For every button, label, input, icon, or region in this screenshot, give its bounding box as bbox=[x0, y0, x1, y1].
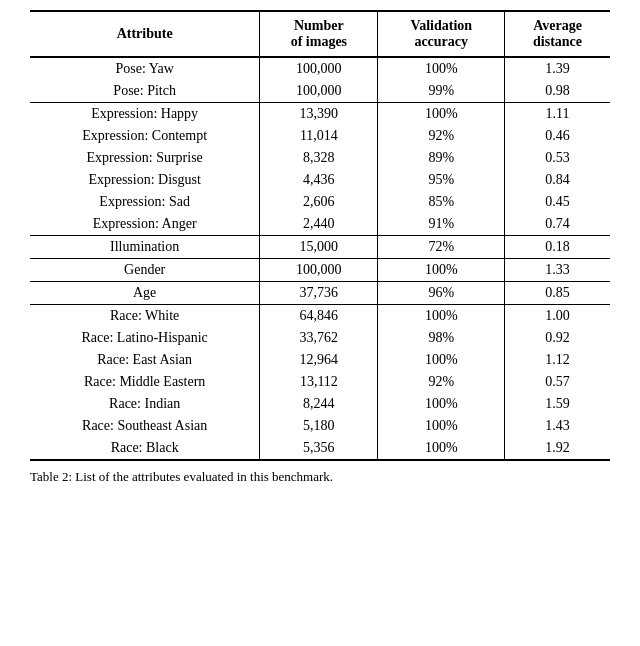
table-row: Expression: Anger2,44091%0.74 bbox=[30, 213, 610, 236]
cell-distance: 0.46 bbox=[505, 125, 610, 147]
cell-images: 2,440 bbox=[260, 213, 378, 236]
cell-distance: 1.59 bbox=[505, 393, 610, 415]
cell-accuracy: 100% bbox=[378, 415, 505, 437]
cell-attribute: Race: East Asian bbox=[30, 349, 260, 371]
cell-attribute: Race: White bbox=[30, 305, 260, 328]
table-row: Gender100,000100%1.33 bbox=[30, 259, 610, 282]
header-attribute: Attribute bbox=[30, 11, 260, 57]
cell-images: 33,762 bbox=[260, 327, 378, 349]
cell-attribute: Expression: Surprise bbox=[30, 147, 260, 169]
cell-images: 2,606 bbox=[260, 191, 378, 213]
table-row: Race: Latino-Hispanic33,76298%0.92 bbox=[30, 327, 610, 349]
table-row: Illumination15,00072%0.18 bbox=[30, 236, 610, 259]
cell-images: 13,112 bbox=[260, 371, 378, 393]
cell-accuracy: 99% bbox=[378, 80, 505, 103]
cell-distance: 0.85 bbox=[505, 282, 610, 305]
cell-attribute: Expression: Sad bbox=[30, 191, 260, 213]
header-num-images: Numberof images bbox=[260, 11, 378, 57]
table-row: Pose: Yaw100,000100%1.39 bbox=[30, 57, 610, 80]
cell-distance: 0.92 bbox=[505, 327, 610, 349]
table-row: Race: Middle Eastern13,11292%0.57 bbox=[30, 371, 610, 393]
cell-images: 64,846 bbox=[260, 305, 378, 328]
table-row: Pose: Pitch100,00099%0.98 bbox=[30, 80, 610, 103]
cell-images: 100,000 bbox=[260, 57, 378, 80]
cell-images: 13,390 bbox=[260, 103, 378, 126]
cell-distance: 1.00 bbox=[505, 305, 610, 328]
header-row: Attribute Numberof images Validationaccu… bbox=[30, 11, 610, 57]
cell-attribute: Gender bbox=[30, 259, 260, 282]
cell-distance: 1.11 bbox=[505, 103, 610, 126]
table-row: Expression: Disgust4,43695%0.84 bbox=[30, 169, 610, 191]
cell-distance: 1.92 bbox=[505, 437, 610, 460]
table-row: Race: Indian8,244100%1.59 bbox=[30, 393, 610, 415]
cell-images: 100,000 bbox=[260, 259, 378, 282]
cell-attribute: Race: Southeast Asian bbox=[30, 415, 260, 437]
cell-attribute: Pose: Pitch bbox=[30, 80, 260, 103]
cell-attribute: Race: Latino-Hispanic bbox=[30, 327, 260, 349]
cell-distance: 0.53 bbox=[505, 147, 610, 169]
cell-attribute: Expression: Happy bbox=[30, 103, 260, 126]
table-row: Race: Southeast Asian5,180100%1.43 bbox=[30, 415, 610, 437]
cell-distance: 0.18 bbox=[505, 236, 610, 259]
cell-distance: 0.98 bbox=[505, 80, 610, 103]
header-validation-accuracy: Validationaccuracy bbox=[378, 11, 505, 57]
cell-distance: 1.43 bbox=[505, 415, 610, 437]
cell-images: 15,000 bbox=[260, 236, 378, 259]
cell-accuracy: 92% bbox=[378, 125, 505, 147]
cell-attribute: Expression: Anger bbox=[30, 213, 260, 236]
cell-attribute: Expression: Disgust bbox=[30, 169, 260, 191]
cell-attribute: Race: Black bbox=[30, 437, 260, 460]
cell-accuracy: 89% bbox=[378, 147, 505, 169]
cell-attribute: Expression: Contempt bbox=[30, 125, 260, 147]
cell-accuracy: 100% bbox=[378, 349, 505, 371]
cell-distance: 0.57 bbox=[505, 371, 610, 393]
cell-accuracy: 96% bbox=[378, 282, 505, 305]
cell-accuracy: 72% bbox=[378, 236, 505, 259]
table-row: Race: Black5,356100%1.92 bbox=[30, 437, 610, 460]
cell-attribute: Illumination bbox=[30, 236, 260, 259]
cell-accuracy: 100% bbox=[378, 393, 505, 415]
cell-distance: 1.12 bbox=[505, 349, 610, 371]
cell-accuracy: 100% bbox=[378, 437, 505, 460]
cell-images: 11,014 bbox=[260, 125, 378, 147]
table-row: Race: East Asian12,964100%1.12 bbox=[30, 349, 610, 371]
cell-images: 12,964 bbox=[260, 349, 378, 371]
table-row: Expression: Surprise8,32889%0.53 bbox=[30, 147, 610, 169]
cell-accuracy: 95% bbox=[378, 169, 505, 191]
cell-images: 8,328 bbox=[260, 147, 378, 169]
cell-distance: 1.33 bbox=[505, 259, 610, 282]
table-row: Race: White64,846100%1.00 bbox=[30, 305, 610, 328]
data-table: Attribute Numberof images Validationaccu… bbox=[30, 10, 610, 461]
cell-accuracy: 85% bbox=[378, 191, 505, 213]
cell-images: 100,000 bbox=[260, 80, 378, 103]
table-row: Expression: Happy13,390100%1.11 bbox=[30, 103, 610, 126]
cell-attribute: Age bbox=[30, 282, 260, 305]
table-container: Attribute Numberof images Validationaccu… bbox=[30, 10, 610, 485]
table-row: Expression: Sad2,60685%0.45 bbox=[30, 191, 610, 213]
cell-distance: 1.39 bbox=[505, 57, 610, 80]
cell-distance: 0.84 bbox=[505, 169, 610, 191]
header-average-distance: Averagedistance bbox=[505, 11, 610, 57]
cell-attribute: Race: Indian bbox=[30, 393, 260, 415]
cell-accuracy: 100% bbox=[378, 57, 505, 80]
table-row: Expression: Contempt11,01492%0.46 bbox=[30, 125, 610, 147]
cell-attribute: Pose: Yaw bbox=[30, 57, 260, 80]
cell-accuracy: 100% bbox=[378, 259, 505, 282]
cell-accuracy: 92% bbox=[378, 371, 505, 393]
cell-distance: 0.45 bbox=[505, 191, 610, 213]
cell-images: 5,180 bbox=[260, 415, 378, 437]
table-caption: Table 2: List of the attributes evaluate… bbox=[30, 469, 610, 485]
cell-distance: 0.74 bbox=[505, 213, 610, 236]
cell-accuracy: 91% bbox=[378, 213, 505, 236]
cell-images: 5,356 bbox=[260, 437, 378, 460]
cell-images: 4,436 bbox=[260, 169, 378, 191]
cell-images: 37,736 bbox=[260, 282, 378, 305]
cell-accuracy: 100% bbox=[378, 103, 505, 126]
cell-accuracy: 100% bbox=[378, 305, 505, 328]
cell-images: 8,244 bbox=[260, 393, 378, 415]
cell-attribute: Race: Middle Eastern bbox=[30, 371, 260, 393]
cell-accuracy: 98% bbox=[378, 327, 505, 349]
table-row: Age37,73696%0.85 bbox=[30, 282, 610, 305]
